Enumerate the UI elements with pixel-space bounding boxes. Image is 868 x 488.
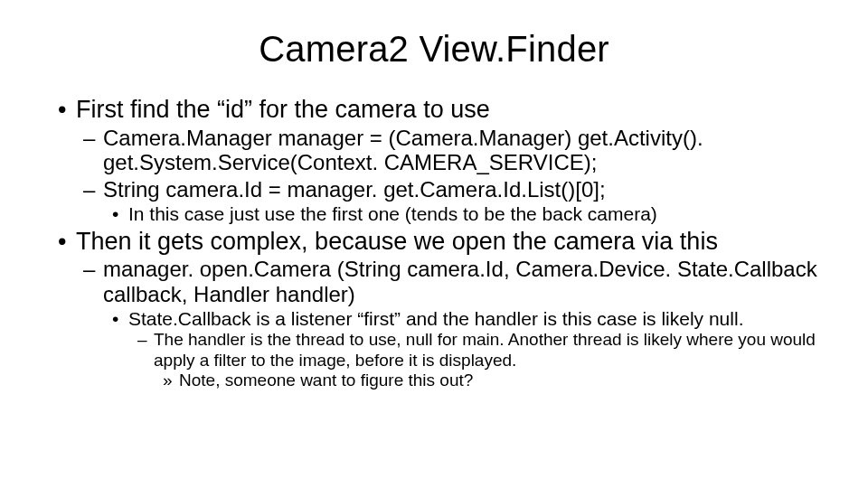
- list-item: Camera.Manager manager = (Camera.Manager…: [76, 126, 823, 175]
- slide-title: Camera2 View.Finder: [45, 29, 823, 70]
- sub-list: Camera.Manager manager = (Camera.Manager…: [76, 126, 823, 225]
- list-item: First find the “id” for the camera to us…: [45, 95, 823, 225]
- bullet-text: Note, someone want to figure this out?: [179, 371, 473, 389]
- sub-list: The handler is the thread to use, null f…: [128, 330, 823, 391]
- bullet-text: In this case just use the first one (ten…: [128, 203, 657, 224]
- sub-list: Note, someone want to figure this out?: [154, 371, 823, 391]
- bullet-text: Camera.Manager manager = (Camera.Manager…: [103, 126, 703, 175]
- list-item: manager. open.Camera (String camera.Id, …: [76, 257, 823, 391]
- bullet-text: First find the “id” for the camera to us…: [76, 96, 490, 123]
- bullet-list: First find the “id” for the camera to us…: [45, 95, 823, 391]
- bullet-text: manager. open.Camera (String camera.Id, …: [103, 257, 817, 306]
- sub-list: State.Callback is a listener “first” and…: [103, 307, 823, 392]
- sub-list: In this case just use the first one (ten…: [103, 202, 823, 225]
- list-item: String camera.Id = manager. get.Camera.I…: [76, 177, 823, 225]
- list-item: Then it gets complex, because we open th…: [45, 227, 823, 392]
- list-item: Note, someone want to figure this out?: [154, 371, 823, 391]
- bullet-text: State.Callback is a listener “first” and…: [128, 308, 743, 329]
- list-item: The handler is the thread to use, null f…: [128, 330, 823, 391]
- list-item: State.Callback is a listener “first” and…: [103, 307, 823, 392]
- slide: Camera2 View.Finder First find the “id” …: [0, 0, 868, 488]
- sub-list: manager. open.Camera (String camera.Id, …: [76, 257, 823, 391]
- list-item: In this case just use the first one (ten…: [103, 202, 823, 225]
- bullet-text: The handler is the thread to use, null f…: [154, 330, 816, 370]
- bullet-text: Then it gets complex, because we open th…: [76, 228, 718, 255]
- bullet-text: String camera.Id = manager. get.Camera.I…: [103, 177, 606, 202]
